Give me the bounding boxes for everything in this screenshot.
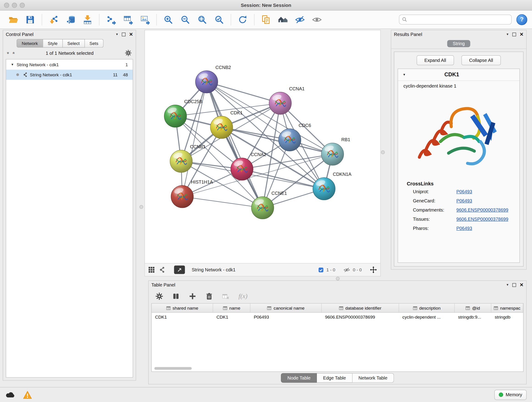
search-input[interactable]: [409, 17, 509, 22]
tissues-link[interactable]: 9606.ENSP00000378699: [456, 217, 519, 222]
cell-database-identifier[interactable]: 9606.ENSP00000378699: [322, 313, 399, 321]
tab-network-table[interactable]: Network Table: [352, 373, 394, 383]
float-panel-icon[interactable]: [122, 32, 126, 36]
tab-network[interactable]: Network: [17, 39, 43, 47]
zoom-out-button[interactable]: [177, 12, 194, 27]
cell-shared-name[interactable]: CDK1: [152, 313, 213, 321]
expand-all-networks-icon[interactable]: »: [6, 52, 11, 54]
network-node-CDC6[interactable]: CDC6: [279, 123, 311, 151]
network-row-selected[interactable]: String Network - cdk1 11 48: [6, 70, 133, 80]
column-header-database-identifier[interactable]: database identifier: [322, 303, 399, 313]
network-edge-CCNB2-CCNA1[interactable]: [207, 82, 280, 103]
network-node-CCNB2[interactable]: CCNB2: [196, 65, 231, 93]
tab-select[interactable]: Select: [63, 39, 85, 47]
show-graphics-button[interactable]: [308, 12, 325, 27]
float-panel-icon[interactable]: [513, 32, 516, 36]
column-header-name[interactable]: name: [213, 303, 250, 313]
float-panel-icon[interactable]: [513, 283, 516, 287]
add-column-icon[interactable]: [189, 292, 196, 300]
cell-description[interactable]: cyclin-dependent ...: [399, 313, 455, 321]
detach-view-button[interactable]: [174, 266, 185, 274]
expand-all-button[interactable]: Expand All: [417, 55, 454, 65]
open-session-button[interactable]: [5, 12, 22, 27]
gene-card-header[interactable]: ▼ CDK1: [398, 69, 519, 81]
selected-checkbox-icon[interactable]: [318, 267, 324, 273]
network-node-CDKN1A[interactable]: CDKN1A: [313, 172, 351, 200]
splitter-handle-left[interactable]: [139, 205, 143, 209]
collapse-panel-icon[interactable]: ▼: [506, 283, 509, 287]
horizontal-scrollbar-thumb[interactable]: [154, 367, 192, 370]
overview-network-button[interactable]: [158, 267, 165, 273]
network-node-CCNB1[interactable]: CCNB1: [170, 144, 206, 172]
tab-edge-table[interactable]: Edge Table: [317, 373, 352, 383]
function-builder-button[interactable]: f(x): [239, 293, 247, 300]
network-node-HIST1H1A[interactable]: HIST1H1A: [171, 179, 213, 208]
help-button[interactable]: ?: [516, 14, 527, 25]
gear-icon[interactable]: [125, 50, 132, 56]
cell-id[interactable]: stringdb:9...: [455, 313, 491, 321]
import-table-file-button[interactable]: [79, 12, 96, 27]
network-node-CDK1[interactable]: CDK1: [210, 110, 243, 138]
collapse-panel-icon[interactable]: ▼: [115, 32, 119, 36]
zoom-in-button[interactable]: [160, 12, 177, 27]
splitter-handle-right[interactable]: [381, 150, 385, 154]
save-session-button[interactable]: [22, 12, 39, 27]
network-canvas[interactable]: CCNB2CCNA1CDC25BCDK1CDC6RB1CCNB1CCNA2CDK…: [145, 30, 380, 263]
tab-node-table[interactable]: Node Table: [281, 373, 317, 383]
move-crosshair-icon[interactable]: [370, 266, 377, 273]
pharos-link[interactable]: P06493: [456, 226, 519, 231]
export-table-button[interactable]: [119, 12, 136, 27]
cell-namespace[interactable]: stringdb: [491, 313, 523, 321]
memory-button[interactable]: Memory: [494, 390, 526, 400]
disclosure-triangle-icon[interactable]: ▼: [11, 63, 14, 66]
gear-icon[interactable]: [155, 292, 163, 300]
cloud-icon[interactable]: [6, 391, 16, 398]
column-header-shared-name[interactable]: shared name: [152, 303, 213, 313]
warning-icon[interactable]: [23, 390, 32, 399]
close-panel-icon[interactable]: ✕: [520, 283, 524, 287]
new-network-button[interactable]: [102, 12, 119, 27]
collapse-all-button[interactable]: Collapse All: [461, 55, 501, 65]
column-header-canonical-name[interactable]: canonical name: [250, 303, 322, 313]
hide-graphics-button[interactable]: [291, 12, 308, 27]
delete-icon[interactable]: [205, 292, 213, 300]
zoom-selected-button[interactable]: [211, 12, 228, 27]
minimize-window-button[interactable]: [12, 3, 17, 8]
search-box[interactable]: [399, 15, 512, 25]
splitter-handle-bottom[interactable]: [336, 277, 340, 280]
close-panel-icon[interactable]: ✕: [520, 32, 524, 37]
tab-style[interactable]: Style: [43, 39, 63, 47]
compartments-link[interactable]: 9606.ENSP00000378699: [456, 207, 519, 212]
disclosure-triangle-icon[interactable]: ▼: [403, 73, 406, 77]
cell-canonical-name[interactable]: P06493: [250, 313, 322, 321]
column-header-namespace[interactable]: namespac: [491, 303, 523, 313]
genecard-link[interactable]: P06493: [456, 198, 519, 203]
columns-icon[interactable]: [172, 292, 180, 300]
network-edge-CCNB2-CCNE1[interactable]: [207, 82, 263, 208]
import-network-database-button[interactable]: [62, 12, 79, 27]
close-panel-icon[interactable]: ✕: [129, 32, 133, 37]
collapse-all-networks-icon[interactable]: »: [11, 52, 16, 54]
network-edge-CCNA2-CDKN1A[interactable]: [242, 169, 324, 189]
maximize-window-button[interactable]: [20, 3, 25, 8]
grid-view-button[interactable]: [148, 267, 155, 273]
import-network-file-button[interactable]: [45, 12, 62, 27]
collapse-panel-icon[interactable]: ▼: [506, 32, 509, 36]
uniprot-link[interactable]: P06493: [456, 189, 519, 194]
network-graph[interactable]: CCNB2CCNA1CDC25BCDK1CDC6RB1CCNB1CCNA2CDK…: [145, 30, 380, 264]
zoom-fit-button[interactable]: [194, 12, 211, 27]
tab-sets[interactable]: Sets: [85, 39, 103, 47]
network-node-RB1[interactable]: RB1: [321, 137, 350, 165]
home-button[interactable]: [274, 12, 291, 27]
network-node-CCNA1[interactable]: CCNA1: [269, 86, 304, 114]
tab-string[interactable]: String: [447, 40, 470, 47]
export-image-button[interactable]: [136, 12, 153, 27]
network-edge-RB1-HIST1H1A[interactable]: [182, 154, 332, 197]
network-edge-HIST1H1A-CCNE1[interactable]: [182, 197, 263, 208]
refresh-button[interactable]: [234, 12, 251, 27]
table-row[interactable]: CDK1 CDK1 P06493 9606.ENSP00000378699 cy…: [152, 313, 523, 321]
network-collection-row[interactable]: ▼ String Network - cdk1 1: [6, 59, 133, 70]
hidden-eye-slash-icon[interactable]: [343, 267, 350, 273]
duplicate-document-button[interactable]: [258, 12, 274, 27]
close-window-button[interactable]: [4, 3, 9, 8]
